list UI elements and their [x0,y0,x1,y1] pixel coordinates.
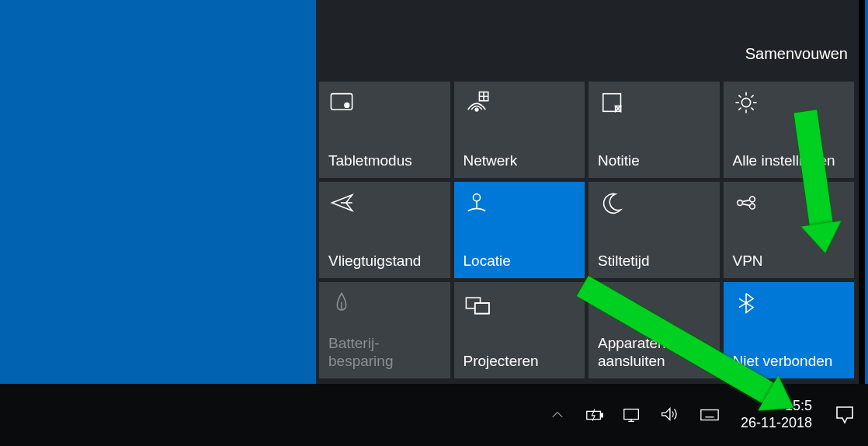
svg-point-19 [737,200,742,206]
airplane-icon [328,190,355,216]
tile-label: Projecteren [464,353,578,371]
svg-rect-33 [600,413,602,417]
svg-line-15 [751,95,753,97]
tile-label: Niet verbonden [733,353,847,371]
svg-point-1 [345,103,349,108]
volume-icon [659,405,679,425]
tile-label: Stiltetijd [598,253,712,270]
tile-project[interactable]: Projecteren [454,282,585,378]
tile-airplane[interactable]: Vliegtuigstand [319,182,450,278]
moon-icon [598,190,624,216]
svg-point-20 [749,197,755,202]
network-icon [464,89,490,116]
action-center-panel: Samenvouwen TabletmodusNetwerkNotitieAll… [316,0,859,384]
tile-connect-devices[interactable]: Apparaten aansluiten [589,282,720,378]
tile-label: Batterij-besparing [328,335,443,371]
power-tray-button[interactable] [576,384,613,446]
tile-gear[interactable]: Alle instellingen [724,82,855,178]
monitor-icon [622,405,642,425]
action-center-tray-button[interactable] [821,404,868,426]
note-icon [598,89,624,116]
keyboard-tray-button[interactable] [688,384,731,446]
bluetooth-icon [733,290,759,316]
project-icon [464,290,490,316]
tile-tablet-mode[interactable]: Tabletmodus [319,82,450,178]
action-center-tray-icon [834,404,856,426]
svg-rect-26 [474,303,488,314]
tile-label: Alle instellingen [733,152,847,170]
battery-saver-icon [328,290,355,316]
tile-label: VPN [733,253,847,270]
chevron-up-icon [550,408,564,422]
svg-rect-28 [600,296,614,307]
monitor-tray-button[interactable] [613,384,651,446]
svg-line-12 [738,95,741,97]
keyboard-icon [700,405,720,425]
vpn-icon [733,190,759,216]
svg-line-14 [738,107,741,110]
tile-vpn[interactable]: VPN [724,182,855,278]
tile-label: Notitie [598,152,712,170]
connect-devices-icon [598,290,624,316]
collapse-button[interactable]: Samenvouwen [745,45,848,63]
tile-label: Locatie [464,253,578,270]
svg-point-31 [620,308,621,310]
svg-point-21 [749,204,755,209]
clock-date: 26-11-2018 [741,415,812,432]
desktop-background [0,0,316,384]
taskbar: 15:5 26-11-2018 [0,384,868,446]
svg-rect-37 [701,410,718,420]
location-icon [464,190,490,216]
volume-tray-button[interactable] [651,384,688,446]
tablet-mode-icon [328,89,355,116]
quick-actions-grid: TabletmodusNetwerkNotitieAlle instelling… [319,82,854,378]
taskbar-clock[interactable]: 15:5 26-11-2018 [731,398,821,431]
tile-network[interactable]: Netwerk [454,82,585,178]
system-tray: 15:5 26-11-2018 [539,384,868,446]
svg-line-13 [751,107,753,110]
tile-label: Apparaten aansluiten [598,335,712,371]
tile-location[interactable]: Locatie [454,182,585,278]
svg-point-2 [475,108,478,111]
svg-rect-0 [331,94,352,110]
power-icon [585,405,605,425]
tile-label: Tabletmodus [328,152,443,170]
svg-point-7 [741,98,750,106]
tile-label: Netwerk [464,152,578,170]
tile-bluetooth[interactable]: Niet verbonden [724,282,855,378]
tile-label: Vliegtuigstand [328,253,443,270]
tray-overflow-button[interactable] [539,384,576,446]
svg-line-22 [741,200,749,201]
window-edge [865,0,868,384]
gear-icon [733,89,759,116]
svg-line-23 [741,204,749,205]
tile-battery-saver: Batterij-besparing [319,282,450,378]
clock-time: 15:5 [741,398,812,415]
svg-rect-34 [624,409,639,420]
tile-moon[interactable]: Stiltetijd [589,182,720,278]
svg-point-17 [473,194,480,201]
tile-note[interactable]: Notitie [589,82,720,178]
